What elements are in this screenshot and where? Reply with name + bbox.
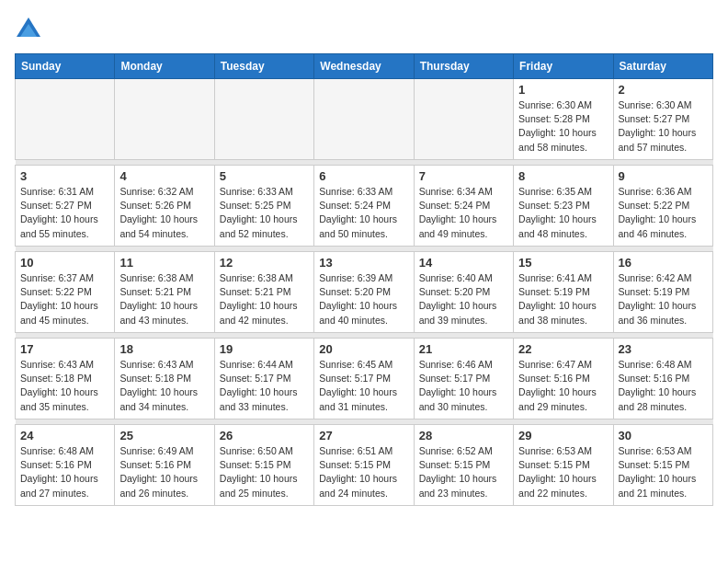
day-cell: 2Sunrise: 6:30 AM Sunset: 5:27 PM Daylig… bbox=[613, 79, 712, 160]
day-number: 1 bbox=[518, 83, 608, 97]
day-number: 8 bbox=[518, 169, 608, 183]
day-cell: 8Sunrise: 6:35 AM Sunset: 5:23 PM Daylig… bbox=[514, 166, 613, 247]
header-sunday: Sunday bbox=[16, 54, 115, 79]
day-number: 14 bbox=[419, 256, 508, 270]
header-friday: Friday bbox=[514, 54, 613, 79]
day-info: Sunrise: 6:51 AM Sunset: 5:15 PM Dayligh… bbox=[319, 444, 408, 500]
day-number: 30 bbox=[619, 429, 708, 442]
day-cell: 9Sunrise: 6:36 AM Sunset: 5:22 PM Daylig… bbox=[613, 166, 712, 247]
day-cell: 11Sunrise: 6:38 AM Sunset: 5:21 PM Dayli… bbox=[115, 252, 214, 333]
day-info: Sunrise: 6:49 AM Sunset: 5:16 PM Dayligh… bbox=[119, 444, 209, 500]
day-cell: 24Sunrise: 6:48 AM Sunset: 5:16 PM Dayli… bbox=[16, 425, 115, 506]
day-info: Sunrise: 6:44 AM Sunset: 5:17 PM Dayligh… bbox=[220, 358, 309, 414]
day-info: Sunrise: 6:30 AM Sunset: 5:28 PM Dayligh… bbox=[518, 98, 608, 155]
day-info: Sunrise: 6:36 AM Sunset: 5:22 PM Dayligh… bbox=[619, 185, 708, 241]
day-cell: 20Sunrise: 6:45 AM Sunset: 5:17 PM Dayli… bbox=[314, 339, 414, 419]
day-info: Sunrise: 6:37 AM Sunset: 5:22 PM Dayligh… bbox=[20, 271, 109, 327]
day-cell: 28Sunrise: 6:52 AM Sunset: 5:15 PM Dayli… bbox=[414, 425, 513, 506]
day-info: Sunrise: 6:33 AM Sunset: 5:25 PM Dayligh… bbox=[220, 185, 309, 241]
day-number: 21 bbox=[419, 342, 508, 356]
logo bbox=[15, 15, 46, 42]
day-info: Sunrise: 6:35 AM Sunset: 5:23 PM Dayligh… bbox=[518, 185, 608, 241]
header-thursday: Thursday bbox=[414, 54, 513, 79]
day-cell: 21Sunrise: 6:46 AM Sunset: 5:17 PM Dayli… bbox=[414, 339, 513, 419]
day-number: 29 bbox=[518, 429, 608, 442]
day-cell: 14Sunrise: 6:40 AM Sunset: 5:20 PM Dayli… bbox=[414, 252, 513, 333]
header-row: SundayMondayTuesdayWednesdayThursdayFrid… bbox=[16, 54, 713, 79]
header-saturday: Saturday bbox=[613, 54, 712, 79]
day-info: Sunrise: 6:43 AM Sunset: 5:18 PM Dayligh… bbox=[119, 358, 209, 414]
week-row-2: 3Sunrise: 6:31 AM Sunset: 5:27 PM Daylig… bbox=[16, 166, 713, 247]
logo-icon bbox=[15, 15, 42, 42]
day-cell: 27Sunrise: 6:51 AM Sunset: 5:15 PM Dayli… bbox=[314, 425, 414, 506]
page-header bbox=[15, 15, 713, 42]
day-info: Sunrise: 6:30 AM Sunset: 5:27 PM Dayligh… bbox=[619, 98, 708, 155]
day-info: Sunrise: 6:32 AM Sunset: 5:26 PM Dayligh… bbox=[119, 185, 209, 241]
week-row-4: 17Sunrise: 6:43 AM Sunset: 5:18 PM Dayli… bbox=[16, 339, 713, 419]
day-cell: 18Sunrise: 6:43 AM Sunset: 5:18 PM Dayli… bbox=[115, 339, 214, 419]
day-info: Sunrise: 6:39 AM Sunset: 5:20 PM Dayligh… bbox=[319, 271, 408, 327]
day-info: Sunrise: 6:53 AM Sunset: 5:15 PM Dayligh… bbox=[619, 444, 708, 500]
day-number: 11 bbox=[119, 256, 209, 270]
day-number: 28 bbox=[419, 429, 508, 442]
day-info: Sunrise: 6:38 AM Sunset: 5:21 PM Dayligh… bbox=[119, 271, 209, 327]
day-cell bbox=[414, 79, 513, 160]
day-info: Sunrise: 6:50 AM Sunset: 5:15 PM Dayligh… bbox=[220, 444, 309, 500]
day-cell: 25Sunrise: 6:49 AM Sunset: 5:16 PM Dayli… bbox=[115, 425, 214, 506]
day-number: 13 bbox=[319, 256, 408, 270]
day-info: Sunrise: 6:52 AM Sunset: 5:15 PM Dayligh… bbox=[419, 444, 508, 500]
day-info: Sunrise: 6:31 AM Sunset: 5:27 PM Dayligh… bbox=[20, 185, 109, 241]
day-cell: 29Sunrise: 6:53 AM Sunset: 5:15 PM Dayli… bbox=[514, 425, 613, 506]
header-monday: Monday bbox=[115, 54, 214, 79]
day-info: Sunrise: 6:41 AM Sunset: 5:19 PM Dayligh… bbox=[518, 271, 608, 327]
day-number: 18 bbox=[119, 342, 209, 356]
day-cell bbox=[314, 79, 414, 160]
day-number: 9 bbox=[619, 169, 708, 183]
day-cell: 10Sunrise: 6:37 AM Sunset: 5:22 PM Dayli… bbox=[16, 252, 115, 333]
day-number: 22 bbox=[518, 342, 608, 356]
day-number: 17 bbox=[20, 342, 109, 356]
day-number: 20 bbox=[319, 342, 408, 356]
day-cell: 4Sunrise: 6:32 AM Sunset: 5:26 PM Daylig… bbox=[115, 166, 214, 247]
day-info: Sunrise: 6:48 AM Sunset: 5:16 PM Dayligh… bbox=[619, 358, 708, 414]
day-number: 23 bbox=[619, 342, 708, 356]
day-cell: 17Sunrise: 6:43 AM Sunset: 5:18 PM Dayli… bbox=[16, 339, 115, 419]
day-number: 4 bbox=[119, 169, 209, 183]
week-row-3: 10Sunrise: 6:37 AM Sunset: 5:22 PM Dayli… bbox=[16, 252, 713, 333]
day-cell: 22Sunrise: 6:47 AM Sunset: 5:16 PM Dayli… bbox=[514, 339, 613, 419]
day-cell: 3Sunrise: 6:31 AM Sunset: 5:27 PM Daylig… bbox=[16, 166, 115, 247]
day-cell: 19Sunrise: 6:44 AM Sunset: 5:17 PM Dayli… bbox=[214, 339, 313, 419]
day-info: Sunrise: 6:43 AM Sunset: 5:18 PM Dayligh… bbox=[20, 358, 109, 414]
day-info: Sunrise: 6:47 AM Sunset: 5:16 PM Dayligh… bbox=[518, 358, 608, 414]
day-number: 19 bbox=[220, 342, 309, 356]
day-cell bbox=[16, 79, 115, 160]
header-wednesday: Wednesday bbox=[314, 54, 414, 79]
day-number: 7 bbox=[419, 169, 508, 183]
header-tuesday: Tuesday bbox=[214, 54, 313, 79]
calendar: SundayMondayTuesdayWednesdayThursdayFrid… bbox=[15, 53, 713, 506]
day-cell: 23Sunrise: 6:48 AM Sunset: 5:16 PM Dayli… bbox=[613, 339, 712, 419]
day-number: 24 bbox=[20, 429, 109, 442]
day-info: Sunrise: 6:40 AM Sunset: 5:20 PM Dayligh… bbox=[419, 271, 508, 327]
day-cell bbox=[214, 79, 313, 160]
day-cell: 16Sunrise: 6:42 AM Sunset: 5:19 PM Dayli… bbox=[613, 252, 712, 333]
day-number: 10 bbox=[20, 256, 109, 270]
day-info: Sunrise: 6:33 AM Sunset: 5:24 PM Dayligh… bbox=[319, 185, 408, 241]
day-info: Sunrise: 6:53 AM Sunset: 5:15 PM Dayligh… bbox=[518, 444, 608, 500]
day-info: Sunrise: 6:34 AM Sunset: 5:24 PM Dayligh… bbox=[419, 185, 508, 241]
day-number: 2 bbox=[619, 83, 708, 97]
week-row-5: 24Sunrise: 6:48 AM Sunset: 5:16 PM Dayli… bbox=[16, 425, 713, 506]
day-cell bbox=[115, 79, 214, 160]
day-info: Sunrise: 6:45 AM Sunset: 5:17 PM Dayligh… bbox=[319, 358, 408, 414]
day-number: 3 bbox=[20, 169, 109, 183]
day-cell: 1Sunrise: 6:30 AM Sunset: 5:28 PM Daylig… bbox=[514, 79, 613, 160]
day-info: Sunrise: 6:38 AM Sunset: 5:21 PM Dayligh… bbox=[220, 271, 309, 327]
day-info: Sunrise: 6:46 AM Sunset: 5:17 PM Dayligh… bbox=[419, 358, 508, 414]
day-cell: 12Sunrise: 6:38 AM Sunset: 5:21 PM Dayli… bbox=[214, 252, 313, 333]
day-cell: 6Sunrise: 6:33 AM Sunset: 5:24 PM Daylig… bbox=[314, 166, 414, 247]
day-cell: 5Sunrise: 6:33 AM Sunset: 5:25 PM Daylig… bbox=[214, 166, 313, 247]
day-info: Sunrise: 6:48 AM Sunset: 5:16 PM Dayligh… bbox=[20, 444, 109, 500]
day-cell: 15Sunrise: 6:41 AM Sunset: 5:19 PM Dayli… bbox=[514, 252, 613, 333]
day-cell: 13Sunrise: 6:39 AM Sunset: 5:20 PM Dayli… bbox=[314, 252, 414, 333]
day-cell: 30Sunrise: 6:53 AM Sunset: 5:15 PM Dayli… bbox=[613, 425, 712, 506]
